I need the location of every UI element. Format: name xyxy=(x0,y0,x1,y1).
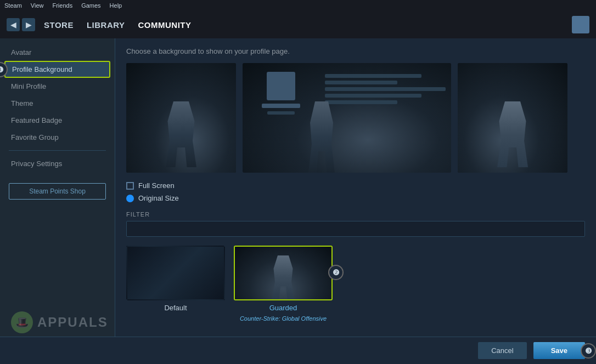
background-item-guarded[interactable]: Guarded Counter-Strike: Global Offensive… xyxy=(234,246,333,322)
mock-line-5 xyxy=(325,100,397,104)
mock-name xyxy=(262,104,300,108)
sidebar-divider xyxy=(9,150,106,151)
nav-arrows: ◀ ▶ xyxy=(7,18,35,31)
menu-games[interactable]: Games xyxy=(81,2,100,9)
original-size-option[interactable]: Original Size xyxy=(126,194,585,202)
preview-profile-mock xyxy=(243,63,451,173)
profile-left-panel xyxy=(243,63,319,173)
profile-right-panel xyxy=(319,63,451,173)
mock-line-4 xyxy=(325,94,421,98)
mock-line-2 xyxy=(325,81,397,84)
bg-subtitle-guarded: Counter-Strike: Global Offensive xyxy=(240,315,327,322)
original-size-radio[interactable] xyxy=(126,195,134,202)
original-size-label: Original Size xyxy=(138,194,179,202)
cancel-button[interactable]: Cancel xyxy=(478,342,526,359)
bg-title-guarded: Guarded xyxy=(269,304,297,312)
full-screen-checkbox[interactable] xyxy=(126,182,134,190)
save-button[interactable]: Save xyxy=(533,342,585,359)
step-indicator-2: ❷ xyxy=(328,265,344,280)
sidebar-active-wrapper: ❶ Profile Background xyxy=(0,61,115,78)
navbar: ◀ ▶ STORE LIBRARY COMMUNITY xyxy=(0,11,596,38)
steam-points-shop-button[interactable]: Steam Points Shop xyxy=(9,183,106,200)
nav-library[interactable]: LIBRARY xyxy=(87,20,125,30)
back-button[interactable]: ◀ xyxy=(7,18,20,31)
menu-view[interactable]: View xyxy=(31,2,44,9)
backgrounds-grid: Default Guarded Counter-Strike: Global O… xyxy=(126,246,585,322)
menu-steam[interactable]: Steam xyxy=(4,2,22,9)
filter-label: FILTER xyxy=(126,211,585,218)
logo-area: 🎩 APPUALS xyxy=(11,311,108,333)
nav-links: STORE LIBRARY COMMUNITY xyxy=(44,20,192,30)
menubar: Steam View Friends Games Help xyxy=(0,0,596,11)
sidebar-item-featured-badge[interactable]: Featured Badge xyxy=(0,112,115,129)
mock-avatar xyxy=(267,72,295,100)
preview-container xyxy=(126,63,585,173)
preview-second xyxy=(458,63,567,173)
nav-community[interactable]: COMMUNITY xyxy=(138,20,192,30)
guarded-bg xyxy=(235,247,331,299)
nav-store[interactable]: STORE xyxy=(44,20,74,30)
avatar xyxy=(572,16,589,33)
preview-main xyxy=(126,63,236,173)
full-screen-option[interactable]: Full Screen xyxy=(126,181,585,190)
mock-status xyxy=(267,111,295,115)
filter-section: FILTER xyxy=(126,211,585,237)
content-area: Choose a background to show on your prof… xyxy=(115,38,596,364)
bg-thumbnail-guarded xyxy=(234,246,333,300)
guarded-soldier xyxy=(269,255,297,299)
background-item-default[interactable]: Default xyxy=(126,246,225,322)
full-screen-label: Full Screen xyxy=(138,181,175,190)
filter-input[interactable] xyxy=(126,221,585,237)
sidebar-item-privacy-settings[interactable]: Privacy Settings xyxy=(0,155,115,172)
sidebar-item-favorite-group[interactable]: Favorite Group xyxy=(0,129,115,146)
bottom-bar: Cancel Save ❸ xyxy=(0,337,596,364)
menu-friends[interactable]: Friends xyxy=(52,2,72,9)
mock-line-1 xyxy=(325,74,421,78)
sidebar-item-avatar[interactable]: Avatar xyxy=(0,44,115,61)
steam-points-wrapper: Steam Points Shop xyxy=(9,183,106,200)
bg-thumbnail-default xyxy=(126,246,225,300)
sidebar-item-mini-profile[interactable]: Mini Profile xyxy=(0,78,115,95)
display-options: Full Screen Original Size xyxy=(126,181,585,202)
sidebar-item-profile-background[interactable]: Profile Background xyxy=(4,61,110,78)
mock-line-3 xyxy=(325,87,446,91)
step-indicator-3: ❸ xyxy=(581,343,596,359)
save-wrapper: Save ❸ xyxy=(533,342,585,359)
sidebar-item-theme[interactable]: Theme xyxy=(0,95,115,112)
menu-help[interactable]: Help xyxy=(110,2,122,9)
forward-button[interactable]: ▶ xyxy=(22,18,35,31)
bg-title-default: Default xyxy=(164,304,187,312)
logo-icon: 🎩 xyxy=(11,311,33,333)
logo-text: APPUALS xyxy=(37,315,108,330)
content-description: Choose a background to show on your prof… xyxy=(126,47,585,55)
